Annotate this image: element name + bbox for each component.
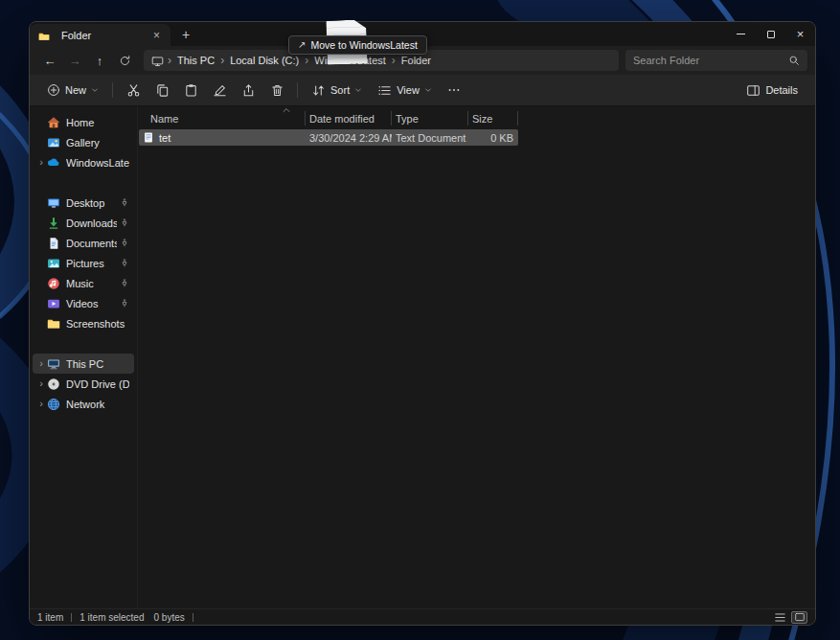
maximize-button[interactable]	[756, 22, 785, 46]
sidebar-item-network[interactable]: › Network	[33, 394, 134, 414]
sidebar-item-label: DVD Drive (D:) CCC	[66, 378, 129, 390]
minimize-icon	[737, 34, 745, 34]
cut-button[interactable]	[119, 78, 148, 103]
details-pane-icon	[746, 83, 761, 98]
desktop-icon	[47, 196, 60, 210]
sidebar-item-label: Screenshots	[66, 318, 129, 330]
paste-button[interactable]	[176, 78, 205, 103]
sidebar-item-documents[interactable]: Documents	[33, 233, 134, 253]
details-view-button[interactable]	[772, 611, 788, 624]
plus-circle-icon	[47, 83, 60, 97]
breadcrumb-separator-icon: ›	[218, 55, 226, 66]
details-pane-button[interactable]: Details	[738, 78, 806, 103]
file-explorer-window: Folder × + × ← → ↑ › This PC › Local Dis…	[29, 21, 816, 626]
pin-icon	[120, 298, 129, 309]
status-divider	[71, 613, 72, 622]
folder-icon	[47, 317, 60, 331]
view-button[interactable]: View	[370, 78, 440, 103]
sidebar-item-desktop[interactable]: Desktop	[33, 193, 134, 213]
sidebar-item-pictures[interactable]: Pictures	[33, 253, 134, 273]
sidebar-gap	[30, 333, 137, 354]
music-icon	[47, 277, 60, 290]
sidebar-item-gallery[interactable]: Gallery	[33, 132, 134, 152]
file-size: 0 KB	[468, 132, 518, 144]
cut-icon	[126, 83, 141, 98]
pin-icon	[120, 278, 129, 288]
search-box[interactable]: Search Folder	[625, 50, 807, 71]
view-button-label: View	[397, 84, 420, 96]
sort-button[interactable]: Sort	[304, 78, 370, 103]
sidebar-item-this-pc[interactable]: › This PC	[33, 354, 134, 374]
breadcrumb-this-pc[interactable]: This PC	[173, 55, 218, 66]
tab-title: Folder	[61, 30, 146, 41]
pictures-icon	[47, 257, 60, 270]
tab-close-icon[interactable]: ×	[151, 30, 162, 41]
up-button[interactable]: ↑	[87, 49, 112, 72]
breadcrumb-local-disk[interactable]: Local Disk (C:)	[226, 55, 303, 66]
sidebar-item-dvd-drive[interactable]: › DVD Drive (D:) CCC	[33, 374, 134, 394]
sort-ascending-icon	[283, 107, 290, 113]
sidebar-item-downloads[interactable]: Downloads	[33, 213, 134, 233]
status-divider	[193, 613, 193, 622]
file-name-cell: tet	[139, 131, 306, 144]
share-button[interactable]	[234, 78, 262, 103]
file-type: Text Document	[392, 132, 468, 144]
trash-icon	[270, 83, 284, 98]
sidebar-item-label: Music	[66, 278, 117, 289]
disc-icon	[47, 377, 60, 391]
refresh-icon	[119, 55, 131, 67]
sidebar-item-videos[interactable]: Videos	[33, 293, 134, 313]
toolbar-divider	[112, 82, 113, 98]
command-bar: New Sort View	[30, 75, 815, 106]
new-button[interactable]: New	[39, 78, 106, 103]
rename-button[interactable]	[205, 78, 234, 103]
move-arrow-icon: ↗	[298, 40, 306, 50]
ellipsis-icon	[447, 83, 461, 97]
expand-chevron-icon[interactable]: ›	[35, 378, 47, 389]
search-placeholder: Search Folder	[633, 55, 788, 66]
selection-count: 1 item selected	[79, 612, 144, 623]
copy-icon	[155, 83, 170, 98]
chevron-down-icon	[91, 86, 99, 94]
paste-icon	[184, 83, 198, 98]
column-header-size[interactable]: Size	[468, 111, 518, 126]
new-button-label: New	[65, 84, 86, 96]
pin-icon	[120, 217, 129, 228]
sidebar-item-music[interactable]: Music	[33, 273, 134, 293]
column-header-type[interactable]: Type	[392, 111, 468, 126]
this-pc-icon	[47, 357, 60, 371]
expand-chevron-icon[interactable]: ›	[35, 399, 47, 409]
expand-chevron-icon[interactable]: ›	[35, 358, 47, 369]
forward-button[interactable]: →	[62, 49, 87, 72]
toolbar-divider	[297, 82, 298, 98]
tab-folder[interactable]: Folder ×	[30, 24, 170, 46]
item-count: 1 item	[37, 612, 63, 623]
minimize-button[interactable]	[726, 22, 756, 46]
column-header-date-modified[interactable]: Date modified	[306, 111, 392, 126]
rename-icon	[213, 83, 227, 98]
sidebar-item-home[interactable]: Home	[33, 112, 134, 132]
status-bar: 1 item 1 item selected 0 bytes	[30, 608, 815, 625]
breadcrumb-separator-icon: ›	[166, 55, 173, 66]
sidebar-item-label: Pictures	[66, 258, 117, 269]
more-options-button[interactable]	[440, 78, 468, 103]
chevron-down-icon	[354, 86, 362, 94]
back-button[interactable]: ←	[37, 49, 62, 72]
this-pc-icon	[151, 55, 164, 67]
large-icons-view-button[interactable]	[791, 611, 807, 624]
delete-button[interactable]	[262, 78, 291, 103]
maximize-icon	[767, 31, 775, 38]
breadcrumb-folder[interactable]: Folder	[397, 55, 435, 66]
column-header-name[interactable]: Name	[139, 111, 306, 126]
sidebar-item-screenshots[interactable]: Screenshots	[33, 313, 134, 333]
sidebar-item-onedrive[interactable]: › WindowsLatest - Pe	[33, 152, 134, 172]
new-tab-button[interactable]: +	[170, 27, 201, 42]
selection-bytes: 0 bytes	[154, 612, 185, 623]
expand-chevron-icon[interactable]: ›	[35, 157, 47, 168]
copy-button[interactable]	[148, 78, 176, 103]
refresh-button[interactable]	[112, 49, 137, 72]
chevron-down-icon	[424, 86, 432, 94]
window-controls: ×	[726, 22, 815, 46]
file-row-selected[interactable]: tet 3/30/2024 2:29 AM Text Document 0 KB	[139, 129, 518, 146]
close-button[interactable]: ×	[785, 22, 815, 46]
